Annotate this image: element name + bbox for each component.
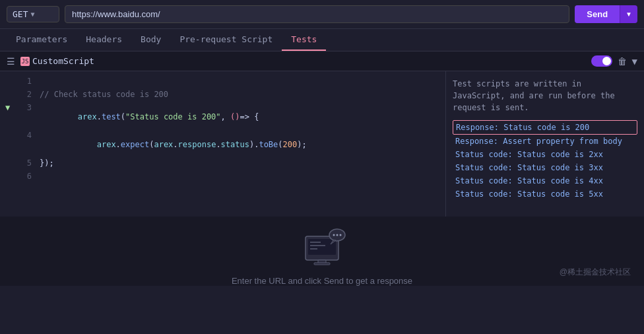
method-selector[interactable]: GET ▼ [7,6,59,22]
tabs-bar: Parameters Headers Body Pre-request Scri… [0,29,644,51]
watermark: @稀土掘金技术社区 [560,267,631,278]
section-header-left: ☰ JS CustomScript [7,56,94,67]
send-button-group: Send ▼ [575,5,637,23]
code-line-5: 5 }); [0,158,445,172]
line-num-2: 2 [16,90,32,99]
snippet-item-1[interactable]: Response: Assert property from body [453,135,637,148]
svg-point-8 [333,234,335,236]
method-chevron-icon: ▼ [30,11,34,18]
section-header: ☰ JS CustomScript 🗑 ▼ [0,51,644,71]
url-input[interactable] [65,5,569,23]
line-content-5: }); [40,158,440,168]
code-line-2: 2 // Check status code is 200 [0,90,445,103]
section-title: JS CustomScript [20,56,94,66]
section-js-icon: JS [20,57,30,66]
line-content-4: arex.expect(arex.response.status).toBe(2… [40,131,440,158]
send-dropdown-button[interactable]: ▼ [620,5,637,23]
snippet-item-0[interactable]: Response: Status code is 200 [453,120,637,135]
tab-parameters[interactable]: Parameters [7,29,77,51]
trash-icon[interactable]: 🗑 [618,56,627,67]
illustration [292,217,352,276]
hamburger-icon[interactable]: ☰ [7,56,15,67]
line-num-4: 4 [16,131,32,140]
line-num-6: 6 [16,172,32,181]
code-editor[interactable]: 1 2 // Check status code is 200 ▼ 3 arex… [0,71,446,217]
line-num-3: 3 [16,103,32,112]
snippets-description: Test scripts are written in JavaScript, … [453,78,637,114]
line-content-3: arex.test("Status code is 200", ()=> { [40,103,440,131]
send-button[interactable]: Send [575,5,620,23]
lower-area: Enter the URL and click Send to get a re… [0,217,644,286]
section-title-label: CustomScript [32,56,94,66]
collapse-icon[interactable]: ▼ [632,56,637,67]
main-content: 1 2 // Check status code is 200 ▼ 3 arex… [0,71,644,217]
code-line-4: 4 arex.expect(arex.response.status).toBe… [0,131,445,158]
tab-pre-request-script[interactable]: Pre-request Script [170,29,282,51]
line-content-2: // Check status code is 200 [40,90,440,99]
lower-message: Enter the URL and click Send to get a re… [232,276,412,286]
snippet-item-4[interactable]: Status code: Status code is 4xx [453,174,637,187]
line-num-5: 5 [16,158,32,168]
snippet-item-2[interactable]: Status code: Status code is 2xx [453,148,637,161]
tab-tests[interactable]: Tests [282,29,326,51]
snippets-panel: Test scripts are written in JavaScript, … [446,71,644,217]
line-num-1: 1 [16,77,32,86]
arrow-3: ▼ [5,103,13,112]
svg-rect-1 [308,239,336,255]
method-label: GET [13,9,28,19]
svg-rect-6 [314,263,330,265]
send-dropdown-icon: ▼ [626,11,632,18]
code-line-1: 1 [0,77,445,90]
code-line-6: 6 [0,172,445,185]
tab-body[interactable]: Body [131,29,170,51]
snippet-item-3[interactable]: Status code: Status code is 3xx [453,161,637,174]
toggle-switch[interactable] [591,55,612,67]
tab-headers[interactable]: Headers [77,29,131,51]
snippet-item-5[interactable]: Status code: Status code is 5xx [453,187,637,201]
top-bar: GET ▼ Send ▼ [0,0,644,29]
svg-point-10 [340,234,342,236]
code-line-3: ▼ 3 arex.test("Status code is 200", ()=>… [0,103,445,131]
header-controls: 🗑 ▼ [591,55,637,67]
svg-point-9 [337,234,338,236]
